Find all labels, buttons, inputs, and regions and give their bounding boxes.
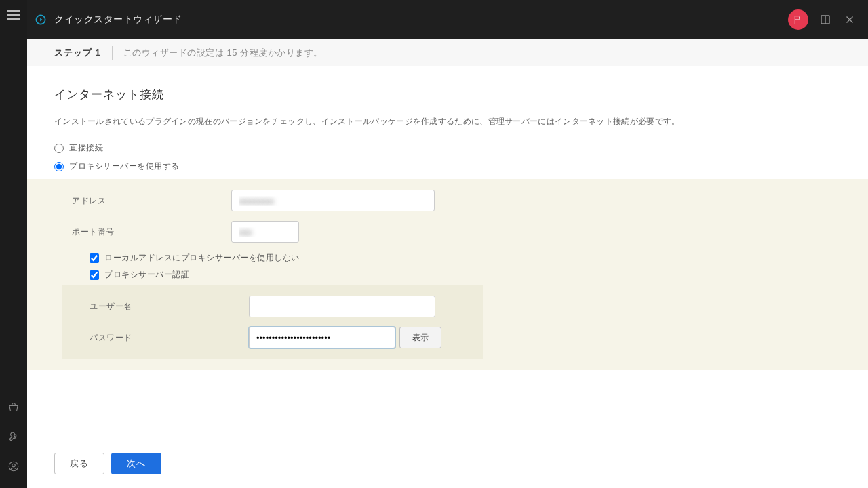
auth-panel: ユーザー名 パスワード 表示 bbox=[62, 285, 483, 359]
step-bar: ステップ 1 このウィザードの設定は 15 分程度かかります。 bbox=[27, 39, 868, 66]
password-input[interactable] bbox=[249, 327, 395, 348]
header-title: クイックスタートウィザード bbox=[54, 14, 182, 26]
radio-proxy-input[interactable] bbox=[54, 162, 64, 171]
wrench-icon[interactable] bbox=[5, 428, 22, 445]
radio-direct-input[interactable] bbox=[54, 144, 64, 153]
section-desc: インストールされているプラグインの現在のバージョンをチェックし、インストールパッ… bbox=[54, 116, 841, 127]
radio-proxy-label: プロキシサーバーを使用する bbox=[69, 161, 180, 172]
address-input[interactable] bbox=[231, 190, 435, 211]
next-button[interactable]: 次へ bbox=[111, 453, 161, 474]
header: クイックスタートウィザード bbox=[27, 0, 868, 39]
footer-buttons: 戻る 次へ bbox=[54, 453, 161, 474]
content: インターネット接続 インストールされているプラグインの現在のバージョンをチェック… bbox=[27, 66, 868, 488]
proxy-auth-check[interactable]: プロキシサーバー認証 bbox=[90, 269, 850, 281]
step-divider bbox=[112, 46, 113, 60]
port-input[interactable] bbox=[231, 221, 299, 243]
bypass-local-label: ローカルアドレスにプロキシサーバーを使用しない bbox=[104, 252, 300, 264]
bypass-local-checkbox[interactable] bbox=[90, 253, 99, 263]
user-circle-icon[interactable] bbox=[5, 458, 22, 474]
flag-button[interactable] bbox=[788, 9, 808, 30]
bypass-local-check[interactable]: ローカルアドレスにプロキシサーバーを使用しない bbox=[90, 252, 850, 264]
step-desc: このウィザードの設定は 15 分程度かかります。 bbox=[123, 47, 323, 59]
radio-direct[interactable]: 直接接続 bbox=[54, 142, 841, 154]
port-label: ポート番号 bbox=[72, 226, 231, 238]
proxy-panel: アドレス ポート番号 ローカルアドレスにプロキシサーバーを使用しない プロキシサ… bbox=[27, 179, 868, 370]
radio-proxy[interactable]: プロキシサーバーを使用する bbox=[54, 161, 841, 172]
basket-icon[interactable] bbox=[5, 399, 22, 415]
username-label: ユーザー名 bbox=[90, 301, 249, 312]
bookmark-icon[interactable] bbox=[818, 12, 833, 27]
show-password-button[interactable]: 表示 bbox=[399, 327, 441, 348]
proxy-auth-label: プロキシサーバー認証 bbox=[104, 269, 189, 281]
svg-point-1 bbox=[12, 464, 16, 467]
section-title: インターネット接続 bbox=[54, 87, 841, 102]
back-button[interactable]: 戻る bbox=[54, 453, 104, 474]
username-input[interactable] bbox=[249, 296, 435, 317]
close-icon[interactable] bbox=[842, 12, 857, 27]
brand-icon bbox=[34, 13, 47, 26]
radio-direct-label: 直接接続 bbox=[69, 142, 103, 154]
address-label: アドレス bbox=[72, 195, 231, 207]
step-label: ステップ 1 bbox=[54, 47, 101, 59]
password-label: パスワード bbox=[90, 332, 249, 344]
menu-icon[interactable] bbox=[5, 7, 22, 23]
proxy-auth-checkbox[interactable] bbox=[90, 270, 99, 280]
left-rail bbox=[0, 0, 27, 488]
